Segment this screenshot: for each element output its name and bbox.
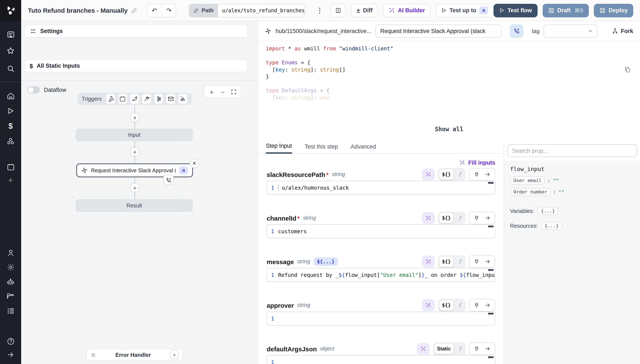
create-plus-icon[interactable]: + xyxy=(0,175,21,186)
undo-button[interactable]: ↶ xyxy=(147,4,162,17)
ai-fill-button[interactable] xyxy=(422,299,435,311)
insert-step-button[interactable]: + xyxy=(130,113,139,122)
ai-robot-icon[interactable] xyxy=(0,277,21,287)
home-icon[interactable] xyxy=(0,90,21,101)
connect-input-group[interactable] xyxy=(469,212,495,224)
docs-book-button[interactable] xyxy=(331,4,346,17)
schedules-icon[interactable] xyxy=(0,162,21,172)
variables-expander[interactable]: {...} xyxy=(538,207,558,215)
plug-icon[interactable] xyxy=(471,343,482,354)
tab-step-input[interactable]: Step Input xyxy=(266,143,292,154)
connect-input-group[interactable] xyxy=(469,255,495,268)
path-chip[interactable]: Path xyxy=(190,4,218,17)
edit-title-pencil-icon[interactable] xyxy=(131,7,137,14)
test-flow-button[interactable]: Test flow xyxy=(494,4,537,17)
expand-rail-arrow-icon[interactable] xyxy=(0,350,21,360)
webhook-trigger-icon[interactable] xyxy=(106,94,115,104)
mode-template-button[interactable]: ${} xyxy=(439,169,454,180)
tab-advanced[interactable]: Advanced xyxy=(351,144,376,153)
plug-icon[interactable] xyxy=(471,300,482,311)
redo-button[interactable]: ↷ xyxy=(162,4,176,17)
mode-template-button[interactable]: ${} xyxy=(439,212,454,224)
show-all-button[interactable]: Show all xyxy=(435,126,464,132)
websocket-trigger-icon[interactable] xyxy=(142,94,152,104)
zoom-out-button[interactable]: − xyxy=(218,87,227,96)
path-group[interactable]: Path u/alex/tuto_refund_branches_ xyxy=(189,4,306,17)
prop-key[interactable]: User email xyxy=(510,176,545,184)
arrow-right-icon[interactable] xyxy=(482,169,493,180)
connect-input-group[interactable] xyxy=(469,299,495,312)
settings-gear-icon[interactable] xyxy=(0,262,21,272)
ai-fill-button[interactable] xyxy=(422,212,435,224)
plug-icon[interactable] xyxy=(471,256,482,267)
mode-function-button[interactable]: f xyxy=(454,300,465,310)
editor-value[interactable]: Refund request by _${flow_input["User em… xyxy=(278,272,495,278)
diff-button[interactable]: ± Diff xyxy=(351,4,378,17)
schedule-trigger-icon[interactable] xyxy=(118,94,128,104)
fill-inputs-button[interactable]: Fill inputs xyxy=(460,159,496,166)
value-editor-message[interactable]: 1 Refund request by _${flow_input["User … xyxy=(267,268,495,282)
test-up-to-button[interactable]: Test up to a xyxy=(436,4,494,17)
flow-settings-button[interactable]: Settings xyxy=(24,24,248,38)
arrow-right-icon[interactable] xyxy=(482,300,493,311)
ai-fill-button[interactable] xyxy=(417,343,430,355)
tag-select[interactable] xyxy=(544,24,598,38)
favorites-star-icon[interactable] xyxy=(0,46,21,56)
step-summary-input[interactable]: Request Interactive Slack Approval (slac… xyxy=(376,24,502,38)
value-editor-channelId[interactable]: 1 customers xyxy=(267,224,495,238)
mode-function-button[interactable]: f xyxy=(454,169,465,180)
arrow-right-icon[interactable] xyxy=(482,212,493,224)
mode-template-button[interactable]: ${} xyxy=(439,300,454,311)
hub-script-path[interactable]: hub/11500/slack/request_interactive... xyxy=(276,28,372,34)
mode-function-button[interactable]: f xyxy=(454,213,465,223)
ai-builder-button[interactable]: AI Builder xyxy=(383,4,430,17)
email-trigger-icon[interactable] xyxy=(166,94,176,104)
help-icon[interactable] xyxy=(0,336,21,346)
editor-value[interactable]: u/alex/humorous_slack xyxy=(278,184,495,191)
runs-icon[interactable] xyxy=(0,106,21,116)
value-editor-slackResourcePath[interactable]: 1 u/alex/humorous_slack xyxy=(267,181,495,195)
mode-function-button[interactable]: f xyxy=(454,344,465,354)
apps-list-icon[interactable] xyxy=(0,306,21,316)
draft-button[interactable]: Draft ⌘S xyxy=(542,4,589,17)
path-value-input[interactable]: u/alex/tuto_refund_branches_ xyxy=(218,4,306,17)
zoom-in-button[interactable]: + xyxy=(207,87,216,96)
value-editor-approver[interactable]: 1 xyxy=(267,312,495,326)
mode-template-button[interactable]: ${} xyxy=(439,256,454,267)
deploy-button[interactable]: Deploy xyxy=(594,4,633,17)
more-menu-kebab-icon[interactable]: ⋮ xyxy=(316,6,323,14)
dataflow-toggle[interactable] xyxy=(27,86,40,94)
remove-step-button[interactable]: ✕ xyxy=(190,159,199,168)
suspend-approval-button[interactable] xyxy=(510,24,524,38)
slack-approval-step-node[interactable]: Request Interactive Slack Approval (... … xyxy=(76,164,193,177)
tab-test-this-step[interactable]: Test this step xyxy=(304,144,338,153)
mode-static-button[interactable]: Static xyxy=(434,343,454,354)
resources-expander[interactable]: {...} xyxy=(542,222,562,230)
plug-icon[interactable] xyxy=(471,212,482,224)
input-node[interactable]: Input xyxy=(76,129,192,141)
scheduled-poll-trigger-icon[interactable] xyxy=(178,94,188,104)
search-icon[interactable] xyxy=(0,64,21,74)
http-route-trigger-icon[interactable] xyxy=(130,94,140,104)
search-prop-input[interactable]: Search prop... xyxy=(508,144,637,157)
connect-input-group[interactable] xyxy=(469,342,495,355)
windmill-logo[interactable] xyxy=(0,0,21,21)
insert-step-button[interactable]: + xyxy=(130,183,139,192)
fit-view-button[interactable] xyxy=(229,87,238,96)
suspend-approval-icon[interactable] xyxy=(164,175,174,185)
mode-function-button[interactable]: f xyxy=(454,256,465,267)
copy-code-icon[interactable] xyxy=(624,66,631,73)
fork-button[interactable]: Fork xyxy=(612,28,633,34)
all-static-inputs-button[interactable]: $ All Static Inputs xyxy=(24,59,248,72)
account-icon[interactable] xyxy=(0,248,21,258)
insert-step-button[interactable]: + xyxy=(130,147,139,156)
error-handler-node[interactable]: Error Handler + xyxy=(86,349,183,360)
editor-value[interactable]: customers xyxy=(278,228,495,234)
value-editor-defaultArgsJson[interactable]: 1 xyxy=(267,355,495,364)
ai-fill-button[interactable] xyxy=(422,168,435,180)
add-error-handler-button[interactable]: + xyxy=(170,350,179,359)
ai-fill-button[interactable] xyxy=(422,256,435,268)
folders-icon[interactable] xyxy=(0,291,21,301)
arrow-right-icon[interactable] xyxy=(482,343,493,354)
variables-icon[interactable]: $ xyxy=(0,121,21,131)
